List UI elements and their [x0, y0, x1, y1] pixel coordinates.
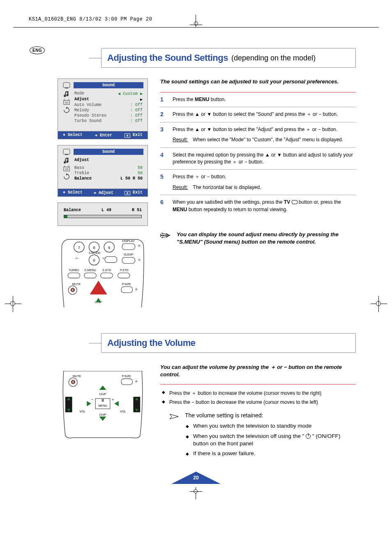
osd1-row4-key: Pseudo Stereo [74, 113, 111, 118]
svg-text:MENU: MENU [98, 404, 107, 408]
note-sub-text: If there is a power failure. [193, 450, 256, 457]
osd2-row0-key: Bass [74, 166, 111, 170]
svg-text:9: 9 [108, 245, 110, 250]
diamond-bullet-icon: ◆ [186, 451, 189, 457]
svg-text:+: + [112, 397, 114, 402]
svg-rect-34 [101, 273, 113, 278]
channel-icon: CH [63, 99, 70, 105]
svg-marker-59 [114, 401, 118, 406]
osd1-row2-val: : Off [130, 103, 143, 107]
osd1-row0-key: Mode [74, 91, 111, 96]
section2-title: Adjusting the Volume [107, 338, 195, 348]
picture-icon [63, 149, 70, 155]
step-text: Press the ▲ or ▼ button to select the "A… [173, 126, 356, 144]
osd2-title: Sound [74, 149, 143, 155]
svg-text:⟳: ⟳ [138, 244, 141, 248]
page-number: 20 [0, 471, 392, 481]
step-number: 2 [160, 111, 166, 118]
step-number: 1 [160, 96, 166, 103]
osd2-footer-exit: Ⅲ Exit [125, 190, 143, 195]
osd1-row0-val: ◀ Custom ▶ [118, 91, 143, 96]
osd1-footer-exit: Ⅲ Exit [125, 133, 143, 138]
svg-text:−: − [91, 397, 94, 402]
osd2-row1-val: 50 [138, 171, 143, 175]
function-icon [63, 173, 70, 180]
svg-marker-51 [99, 386, 106, 390]
svg-marker-9 [66, 173, 68, 175]
svg-text:⟳: ⟳ [135, 288, 138, 291]
svg-rect-24 [105, 256, 117, 263]
osd2-row0-val: 50 [138, 166, 143, 170]
svg-marker-42 [90, 281, 107, 295]
remote-control-upper: 7 8 9 DISPLAY ⟳ -/-- S.MODE 0 I-II SLEEP… [58, 234, 148, 307]
step-number: 3 [160, 126, 166, 144]
balance-track [64, 215, 142, 218]
section1-steps: 1Press the MENU button.2Press the ▲ or ▼… [160, 92, 356, 217]
osd2-row2-key: Balance [74, 176, 111, 181]
svg-text:TURBO: TURBO [69, 268, 79, 272]
diamond-bullet-icon: ◆ [162, 390, 165, 397]
osd2-row1-key: Treble [74, 171, 111, 175]
channel-icon: CH [63, 165, 70, 172]
section1-note: You can display the sound adjust menu di… [177, 231, 354, 246]
svg-text:SLEEP: SLEEP [124, 253, 134, 256]
balance-left-value: L 49 [101, 208, 111, 212]
step-row: 1Press the MENU button. [160, 92, 356, 107]
osd-sidebar-icons: CH [61, 82, 72, 124]
osd1-title: Sound [74, 82, 143, 88]
note-sub-item: ◆When you switch the television to stand… [186, 421, 356, 431]
osd1-row5-val: : Off [130, 119, 143, 123]
note-sub-text: When you switch the television to standb… [193, 422, 311, 430]
crop-circle-top-icon [194, 21, 198, 25]
step-text: When you are satisfied with the settings… [173, 199, 356, 213]
svg-text:CH: CH [65, 101, 68, 104]
svg-rect-32 [68, 273, 80, 278]
osd-adjust-menu: CH Sound Adjust Bass50 Treble50 BalanceL… [58, 145, 148, 197]
section2-bullets: ◆Press the ＋ button to increase the volu… [160, 384, 356, 406]
svg-text:P.SIZE: P.SIZE [122, 282, 131, 286]
svg-text:MUTE: MUTE [73, 374, 81, 378]
result-label: Result: [173, 136, 188, 143]
osd2-footer-adjust: ✚ Adjust [94, 190, 113, 195]
result-text: The horizontal bar is displayed. [193, 184, 261, 191]
remote-control-lower: MUTE 🔇 P.SIZE ⟳ CH/P Ⅲ MENU VOL − VOL + [58, 371, 148, 440]
music-note-icon [63, 90, 70, 97]
svg-text:CH: CH [65, 168, 68, 170]
step-text: Press the MENU button. [173, 96, 356, 103]
music-note-icon [63, 157, 70, 164]
svg-text:S.MENU: S.MENU [84, 268, 96, 272]
svg-rect-0 [63, 83, 70, 88]
svg-rect-26 [122, 258, 135, 264]
svg-rect-40 [121, 287, 132, 293]
osd1-row3-val: : Off [130, 108, 143, 113]
svg-text:VOL: VOL [120, 410, 126, 413]
section1-intro: The sound settings can be adjusted to su… [160, 78, 356, 85]
svg-text:↻: ↻ [138, 258, 141, 262]
note-sub-item: ◆When you switch the television off usin… [186, 431, 356, 449]
svg-text:8: 8 [93, 245, 95, 250]
svg-text:0: 0 [93, 258, 95, 263]
svg-rect-17 [122, 244, 135, 250]
svg-text:🔇: 🔇 [71, 380, 76, 385]
section2-note-lead: The volume setting is retained: [185, 412, 356, 419]
osd2-row2-val: L 50 R 50 [120, 176, 143, 181]
language-badge: ENG [30, 46, 45, 54]
result-text: When select the "Mode" to "Custom", the … [193, 136, 343, 143]
osd1-footer-select: ♦ Select [63, 133, 83, 138]
step-row: 3Press the ▲ or ▼ button to select the "… [160, 122, 356, 147]
svg-rect-6 [65, 154, 68, 155]
svg-rect-33 [84, 273, 96, 278]
step-text: Press the ＋ or − button.Result:The horiz… [173, 173, 356, 191]
step-text: Press the ▲ or ▼ button to select the "S… [173, 111, 356, 118]
osd2-sidebar-icons: CH [61, 149, 72, 181]
svg-text:CH/P: CH/P [99, 392, 106, 396]
svg-text:VOL: VOL [79, 410, 85, 413]
osd1-row1-val: ▶ [140, 97, 143, 102]
svg-text:MUTE: MUTE [72, 282, 81, 286]
section1-title-block: Adjusting the Sound Settings (depending … [101, 48, 356, 68]
osd1-row2-key: Auto Volume [74, 103, 111, 107]
osd-balance-bar: Balance L 49 R 51 [58, 203, 148, 226]
note-arrow-icon [160, 232, 171, 239]
svg-text:-/--: -/-- [75, 256, 79, 260]
vol-bullet-0: Press the ＋ button to increase the volum… [169, 390, 321, 397]
